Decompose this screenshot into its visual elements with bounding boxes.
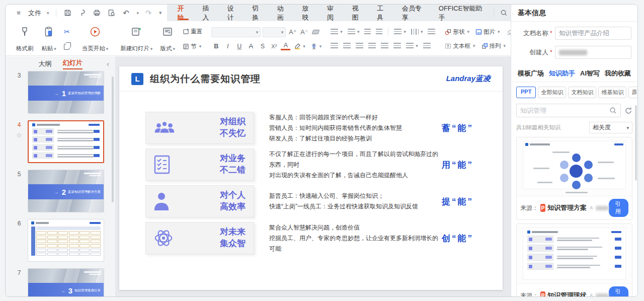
- filter-chip-all[interactable]: 全部知识: [538, 87, 566, 98]
- tab-ai-assistant[interactable]: OFFICE智能助手: [432, 5, 491, 21]
- align-right-button[interactable]: [354, 42, 365, 50]
- slide-row-future[interactable]: 对未来集众智 聚合众人智慧解决问题，创造价值挖掘员工、用户、专家的奇思妙想，让企…: [145, 222, 503, 254]
- favorite-star-icon[interactable]: ☆: [11, 131, 28, 139]
- tab-view[interactable]: 视图: [346, 5, 371, 21]
- collapse-panel-icon[interactable]: ‹: [107, 60, 109, 68]
- paste-button[interactable]: 粘贴▾: [38, 24, 60, 54]
- increase-font-button[interactable]: A⁺: [288, 28, 297, 36]
- decrease-font-button[interactable]: A⁻: [299, 28, 309, 36]
- bold-button[interactable]: B: [211, 43, 221, 50]
- slide-row-individual[interactable]: 对个人高效率 新晋员工：快速融入公司、掌握岗位知识；快速“上岗”一线员工：业务过…: [145, 185, 503, 217]
- increase-indent-button[interactable]: [374, 28, 384, 36]
- text-effect-button[interactable]: ▾: [309, 42, 324, 50]
- decrease-indent-button[interactable]: [363, 28, 372, 36]
- phonetic-guide-button[interactable]: ▾: [392, 28, 408, 36]
- filter-chip-ppt[interactable]: PPT: [516, 87, 536, 98]
- align-center-button[interactable]: [342, 42, 352, 50]
- keyword-text[interactable]: 提“能”: [442, 196, 473, 207]
- underline-button[interactable]: U: [234, 43, 244, 50]
- filter-chip-wiki[interactable]: 维基知识: [598, 87, 626, 98]
- justify-button[interactable]: [367, 42, 377, 50]
- keyword-text[interactable]: 创“能”: [442, 233, 473, 244]
- bullet-list-button[interactable]: ▾: [329, 28, 344, 36]
- sort-dropdown[interactable]: 相关度 ▾: [589, 122, 632, 133]
- tab-review[interactable]: 审阅: [320, 5, 346, 21]
- slide-row-organization[interactable]: 对组织不失忆 客服人员：回答问题跟资深的代表一样好营销人员：短时间内能获得老销售…: [145, 112, 503, 144]
- char-spacing-button[interactable]: A: [246, 43, 256, 50]
- shape-button[interactable]: 形状▾: [443, 28, 471, 36]
- text-align-button[interactable]: [422, 42, 432, 50]
- tab-transition[interactable]: 切换: [246, 5, 271, 21]
- font-family-select[interactable]: ▾: [211, 27, 261, 37]
- tab-animation[interactable]: 动画: [271, 5, 296, 21]
- slide-thumbnail-7[interactable]: 7 →3知识管理案例分享: [11, 268, 115, 297]
- layout-button[interactable]: 版式▾: [156, 24, 179, 54]
- cite-button[interactable]: 引用: [609, 286, 628, 297]
- knowledge-result-card[interactable]: 来源： P 知识管理方案 引用: [516, 137, 632, 220]
- source-name[interactable]: 知识管理方案: [547, 203, 587, 212]
- save-icon[interactable]: [63, 8, 73, 18]
- picture-button[interactable]: 图片▾: [473, 28, 502, 36]
- slide-title[interactable]: 组织为什么需要知识管理: [150, 72, 261, 86]
- undo-chevron-icon[interactable]: ▾: [137, 11, 139, 16]
- textbox-button[interactable]: 文本框▾: [443, 42, 477, 50]
- quick-toolbar-chevron-icon[interactable]: ▾: [159, 10, 162, 16]
- line-spacing-button[interactable]: [392, 42, 403, 50]
- distribute-button[interactable]: [379, 42, 390, 50]
- slide-thumbnail-5[interactable]: 5 →2蓝凌知识管理解决方案: [11, 170, 115, 212]
- ribbon-search[interactable]: [494, 9, 508, 17]
- tab-template-market[interactable]: 模板广场: [518, 69, 544, 78]
- filter-chip-doc[interactable]: 文档知识: [568, 87, 596, 98]
- hamburger-icon[interactable]: ≡: [14, 8, 24, 18]
- font-color-button[interactable]: A: [281, 42, 290, 50]
- new-slide-button[interactable]: 新建幻灯片▾: [118, 24, 154, 54]
- tab-member[interactable]: 会员专享: [395, 5, 432, 21]
- slide-thumbnail-6[interactable]: 6: [11, 219, 115, 262]
- tab-my-favorites[interactable]: 我的收藏: [605, 69, 631, 78]
- section-button[interactable]: 节▾: [181, 42, 204, 51]
- copy-button[interactable]: [62, 43, 72, 50]
- columns-button[interactable]: ▾: [405, 42, 420, 50]
- tab-slideshow[interactable]: 放映: [295, 5, 320, 21]
- knowledge-result-card[interactable]: 来源： P 知识管理现状 引用: [516, 223, 632, 297]
- search-icon[interactable]: [609, 107, 617, 114]
- cite-button[interactable]: 引用: [609, 199, 628, 217]
- font-size-select[interactable]: ▾: [263, 27, 286, 37]
- tab-home[interactable]: 开始: [171, 5, 196, 21]
- italic-button[interactable]: I: [223, 43, 232, 50]
- tab-slides[interactable]: 幻灯片: [63, 58, 83, 69]
- thumbnail-scrollbar[interactable]: [112, 77, 114, 202]
- redo-icon[interactable]: ↷: [143, 8, 153, 18]
- tab-tools[interactable]: 工具: [370, 5, 395, 21]
- cut-button[interactable]: ✂: [62, 27, 72, 36]
- tab-ai-writing[interactable]: AI智写: [580, 69, 600, 78]
- filter-chip-atom[interactable]: 原子知识: [628, 87, 638, 98]
- doc-name-input[interactable]: 知识管理产品介绍: [555, 27, 631, 40]
- tab-outline[interactable]: 大纲: [39, 59, 52, 68]
- text-direction-button[interactable]: ▾: [410, 28, 425, 36]
- current-slide[interactable]: L 组织为什么需要知识管理 Landray蓝凌 对组织不失忆 客服人员：回答问题…: [119, 66, 503, 290]
- strikethrough-button[interactable]: S: [258, 43, 267, 50]
- export-icon[interactable]: [77, 8, 88, 18]
- file-menu[interactable]: 文件: [28, 9, 41, 18]
- slide-thumbnail-4[interactable]: 4 ☆: [11, 120, 115, 163]
- format-painter-button[interactable]: 格式刷: [14, 24, 36, 54]
- creator-input[interactable]: [555, 46, 631, 59]
- numbered-list-button[interactable]: ▾: [346, 28, 361, 36]
- print-icon[interactable]: [92, 8, 102, 18]
- play-from-current-button[interactable]: 当页开始▾: [80, 24, 111, 54]
- knowledge-search-input[interactable]: 知识管理: [516, 104, 621, 117]
- arrange-button[interactable]: 排列▾: [479, 42, 508, 50]
- keyword-text[interactable]: 用“能”: [442, 159, 473, 171]
- source-name[interactable]: 知识管理现状: [547, 291, 587, 297]
- refresh-icon[interactable]: [624, 107, 632, 115]
- superscript-button[interactable]: X²: [269, 43, 279, 49]
- reset-button[interactable]: 重置: [181, 27, 204, 36]
- tab-knowledge-assistant[interactable]: 知识助手: [549, 69, 575, 78]
- print-preview-icon[interactable]: [107, 8, 117, 18]
- symbol-button[interactable]: [426, 28, 437, 36]
- keyword-text[interactable]: 蓄“能”: [442, 122, 473, 134]
- align-left-button[interactable]: [329, 42, 340, 50]
- slide-thumbnail-3[interactable]: 3 →1蓝凌对知识管理的理解: [11, 71, 115, 114]
- undo-icon[interactable]: ↶: [121, 8, 131, 18]
